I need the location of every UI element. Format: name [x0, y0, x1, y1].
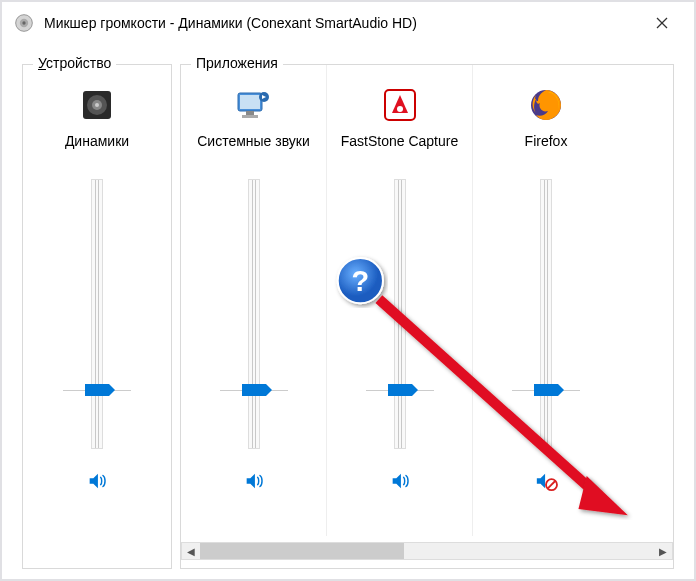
- scroll-right-arrow[interactable]: ▶: [654, 543, 672, 559]
- scroll-thumb[interactable]: [200, 543, 404, 559]
- svg-point-8: [95, 103, 99, 107]
- firefox-mute-button[interactable]: [533, 469, 559, 493]
- volume-mixer-window: Микшер громкости - Динамики (Conexant Sm…: [2, 2, 694, 579]
- scroll-track[interactable]: [200, 543, 654, 559]
- app-channel-faststone: FastStone Capture: [327, 65, 473, 536]
- app-channel-label: Системные звуки: [197, 127, 310, 169]
- app-mute-button[interactable]: [243, 469, 265, 493]
- app-volume-slider[interactable]: [380, 179, 420, 449]
- svg-line-18: [548, 481, 555, 488]
- scroll-left-arrow[interactable]: ◀: [182, 543, 200, 559]
- app-channel-system-sounds: Системные звуки: [181, 65, 327, 536]
- firefox-icon[interactable]: [528, 83, 564, 127]
- app-mute-button[interactable]: [389, 469, 411, 493]
- device-mute-button[interactable]: [86, 469, 108, 493]
- apps-horizontal-scrollbar[interactable]: ◀ ▶: [181, 542, 673, 560]
- svg-point-2: [22, 21, 25, 24]
- window-title: Микшер громкости - Динамики (Conexant Sm…: [44, 15, 642, 31]
- device-group: Устройство Динамики: [22, 64, 172, 569]
- svg-point-15: [397, 106, 403, 112]
- app-channel-label: FastStone Capture: [341, 127, 459, 169]
- app-channel-label: Firefox: [525, 127, 568, 169]
- apps-group-label: Приложения: [191, 55, 283, 71]
- close-button[interactable]: [642, 8, 682, 38]
- speaker-device-icon[interactable]: [79, 83, 115, 127]
- device-group-label: Устройство: [33, 55, 116, 71]
- app-volume-slider[interactable]: [526, 179, 566, 449]
- app-volume-slider[interactable]: [234, 179, 274, 449]
- content-area: Устройство Динамики Приложения: [2, 44, 694, 579]
- svg-rect-11: [246, 111, 254, 115]
- system-sounds-icon[interactable]: [234, 83, 274, 127]
- speaker-app-icon: [14, 13, 34, 33]
- svg-rect-10: [240, 95, 260, 109]
- svg-rect-12: [242, 115, 258, 118]
- titlebar: Микшер громкости - Динамики (Conexant Sm…: [2, 2, 694, 44]
- device-channel-label: Динамики: [65, 127, 129, 169]
- device-volume-slider[interactable]: [77, 179, 117, 449]
- apps-group: Приложения Системные звуки: [180, 64, 674, 569]
- app-channel-firefox: Firefox: [473, 65, 619, 536]
- apps-row: Системные звуки FastStone Capture: [181, 65, 673, 536]
- faststone-icon[interactable]: [382, 83, 418, 127]
- device-channel: Динамики: [23, 65, 171, 493]
